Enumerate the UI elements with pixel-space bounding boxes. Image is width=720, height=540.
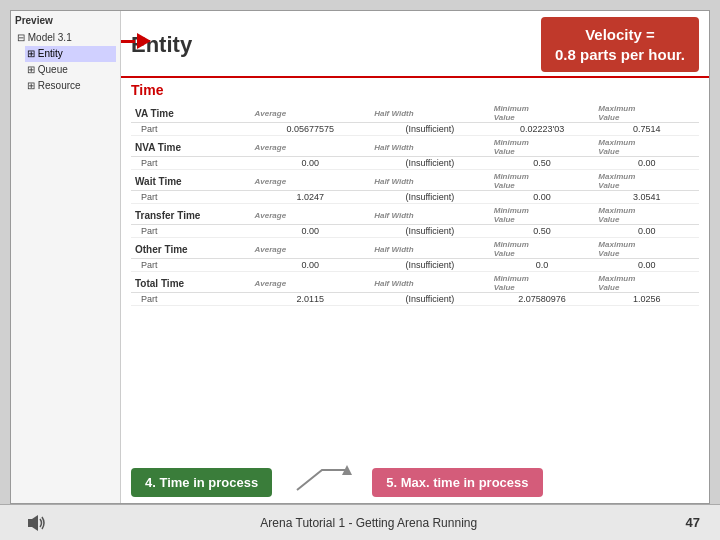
bottom-bar: Arena Tutorial 1 - Getting Arena Running… — [0, 504, 720, 540]
category-total-time: Total Time Average Half Width MinimumVal… — [131, 272, 699, 293]
transfer-time-label: Transfer Time — [131, 204, 251, 225]
category-va-time: VA Time Average Half Width MinimumValue … — [131, 102, 699, 123]
tree-item-resource[interactable]: ⊞ Resource — [25, 78, 116, 94]
va-avg-header: Average — [251, 102, 371, 123]
total-min-header: MinimumValue — [490, 272, 595, 293]
nva-min-val: 0.50 — [490, 157, 595, 170]
speaker-icon[interactable] — [20, 507, 52, 539]
total-max-header: MaximumValue — [594, 272, 699, 293]
va-time-data-row: Part 0.05677575 (Insufficient) 0.02223'0… — [131, 123, 699, 136]
tree-entity-label: Entity — [38, 48, 63, 59]
entity-title: Entity — [131, 32, 531, 58]
tree-model-label: Model 3.1 — [28, 32, 72, 43]
total-half-header: Half Width — [370, 272, 490, 293]
va-avg-val: 0.05677575 — [251, 123, 371, 136]
tree-item-model[interactable]: ⊟ Model 3.1 — [15, 30, 116, 46]
nva-half-val: (Insufficient) — [370, 157, 490, 170]
wait-min-header: MinimumValue — [490, 170, 595, 191]
other-max-header: MaximumValue — [594, 238, 699, 259]
nva-max-header: MaximumValue — [594, 136, 699, 157]
wait-min-val: 0.00 — [490, 191, 595, 204]
transfer-avg-header: Average — [251, 204, 371, 225]
velocity-line1: Velocity = — [585, 26, 655, 43]
callout-max-time: 5. Max. time in process — [372, 468, 542, 497]
nva-time-label: NVA Time — [131, 136, 251, 157]
wait-part-label: Part — [131, 191, 251, 204]
entity-header-row: Entity Velocity = 0.8 parts per hour. — [121, 11, 709, 78]
total-avg-val: 2.0115 — [251, 293, 371, 306]
preview-label: Preview — [15, 15, 116, 26]
other-avg-header: Average — [251, 238, 371, 259]
transfer-part-label: Part — [131, 225, 251, 238]
category-wait-time: Wait Time Average Half Width MinimumValu… — [131, 170, 699, 191]
total-max-val: 1.0256 — [594, 293, 699, 306]
velocity-line2: 0.8 parts per hour. — [555, 46, 685, 63]
other-max-val: 0.00 — [594, 259, 699, 272]
nva-time-data-row: Part 0.00 (Insufficient) 0.50 0.00 — [131, 157, 699, 170]
velocity-callout: Velocity = 0.8 parts per hour. — [541, 17, 699, 72]
stats-table: VA Time Average Half Width MinimumValue … — [131, 102, 699, 306]
nva-half-header: Half Width — [370, 136, 490, 157]
tree-item-queue[interactable]: ⊞ Queue — [25, 62, 116, 78]
va-time-label: VA Time — [131, 102, 251, 123]
nva-part-label: Part — [131, 157, 251, 170]
total-avg-header: Average — [251, 272, 371, 293]
diagonal-arrow-icon — [292, 465, 352, 495]
transfer-half-val: (Insufficient) — [370, 225, 490, 238]
tree-resource-label: Resource — [38, 80, 81, 91]
total-min-val: 2.07580976 — [490, 293, 595, 306]
transfer-time-data-row: Part 0.00 (Insufficient) 0.50 0.00 — [131, 225, 699, 238]
expand-icon-queue: ⊞ — [27, 64, 35, 75]
other-half-val: (Insufficient) — [370, 259, 490, 272]
nva-avg-val: 0.00 — [251, 157, 371, 170]
tree-item-entity[interactable]: ⊞ Entity — [25, 46, 116, 62]
other-part-label: Part — [131, 259, 251, 272]
transfer-half-header: Half Width — [370, 204, 490, 225]
time-heading: Time — [131, 80, 699, 100]
tree-queue-label: Queue — [38, 64, 68, 75]
va-max-val: 0.7514 — [594, 123, 699, 136]
other-avg-val: 0.00 — [251, 259, 371, 272]
wait-time-data-row: Part 1.0247 (Insufficient) 0.00 3.0541 — [131, 191, 699, 204]
transfer-avg-val: 0.00 — [251, 225, 371, 238]
time-section: Time VA Time Average Half Width MinimumV… — [121, 78, 709, 308]
category-other-time: Other Time Average Half Width MinimumVal… — [131, 238, 699, 259]
va-half-val: (Insufficient) — [370, 123, 490, 136]
other-half-header: Half Width — [370, 238, 490, 259]
wait-half-header: Half Width — [370, 170, 490, 191]
category-transfer-time: Transfer Time Average Half Width Minimum… — [131, 204, 699, 225]
va-min-header: MinimumValue — [490, 102, 595, 123]
va-half-header: Half Width — [370, 102, 490, 123]
nva-max-val: 0.00 — [594, 157, 699, 170]
other-time-label: Other Time — [131, 238, 251, 259]
other-min-val: 0.0 — [490, 259, 595, 272]
expand-icon-entity: ⊞ — [27, 48, 35, 59]
transfer-max-header: MaximumValue — [594, 204, 699, 225]
category-nva-time: NVA Time Average Half Width MinimumValue… — [131, 136, 699, 157]
callout-time-in-process: 4. Time in process — [131, 468, 272, 497]
total-time-label: Total Time — [131, 272, 251, 293]
expand-icon-resource: ⊞ — [27, 80, 35, 91]
nva-avg-header: Average — [251, 136, 371, 157]
main-content: Entity Velocity = 0.8 parts per hour. Ti… — [121, 11, 709, 503]
other-time-data-row: Part 0.00 (Insufficient) 0.0 0.00 — [131, 259, 699, 272]
total-time-data-row: Part 2.0115 (Insufficient) 2.07580976 1.… — [131, 293, 699, 306]
total-part-label: Part — [131, 293, 251, 306]
transfer-min-val: 0.50 — [490, 225, 595, 238]
slide: Preview ⊟ Model 3.1 ⊞ Entity ⊞ Queue ⊞ R… — [10, 10, 710, 504]
wait-max-header: MaximumValue — [594, 170, 699, 191]
footer-page: 47 — [686, 515, 700, 530]
svg-marker-1 — [28, 515, 38, 531]
footer-title: Arena Tutorial 1 - Getting Arena Running — [260, 516, 477, 530]
wait-half-val: (Insufficient) — [370, 191, 490, 204]
wait-avg-header: Average — [251, 170, 371, 191]
wait-avg-val: 1.0247 — [251, 191, 371, 204]
nva-min-header: MinimumValue — [490, 136, 595, 157]
va-max-header: MaximumValue — [594, 102, 699, 123]
expand-icon: ⊟ — [17, 32, 25, 43]
bottom-callouts: 4. Time in process 5. Max. time in proce… — [121, 461, 709, 503]
wait-time-label: Wait Time — [131, 170, 251, 191]
total-half-val: (Insufficient) — [370, 293, 490, 306]
va-part-label: Part — [131, 123, 251, 136]
transfer-max-val: 0.00 — [594, 225, 699, 238]
